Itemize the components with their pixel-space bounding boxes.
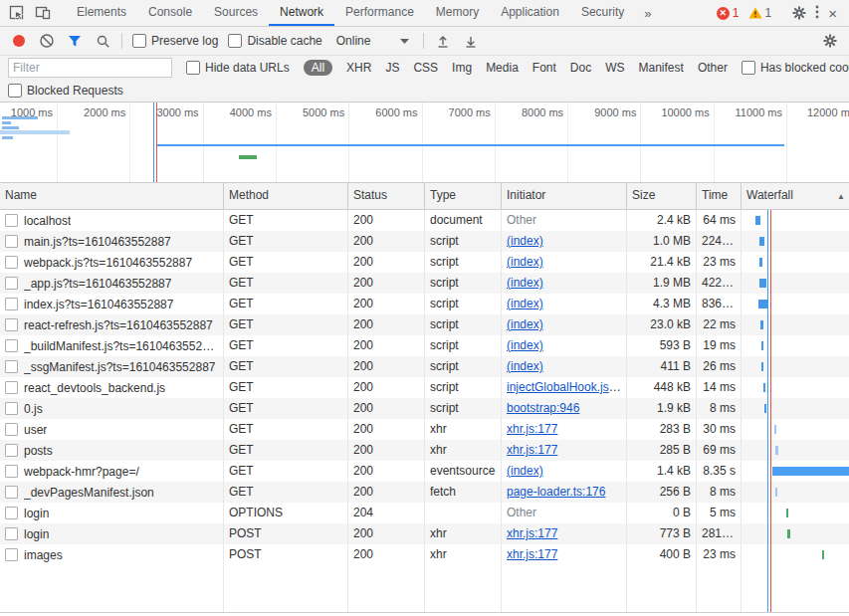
table-row[interactable]: userGET200xhrxhr.js:177283 B30 ms	[0, 419, 849, 440]
request-checkbox[interactable]	[5, 298, 18, 310]
type-filter-doc[interactable]: Doc	[570, 61, 591, 75]
request-checkbox[interactable]	[5, 339, 18, 352]
type-filter-all[interactable]: All	[304, 60, 332, 76]
tab-network[interactable]: Network	[269, 0, 334, 26]
error-badge[interactable]: ✕ 1	[717, 6, 740, 20]
device-toolbar-icon[interactable]	[30, 1, 56, 26]
table-row[interactable]: webpack-hmr?page=/GET200eventsource(inde…	[0, 461, 849, 482]
initiator-link[interactable]: injectGlobalHook.js:…	[507, 380, 624, 394]
clear-button[interactable]	[38, 32, 56, 50]
table-row[interactable]: index.js?ts=1610463552887GET200script(in…	[0, 294, 849, 314]
table-row[interactable]: localhostGET200documentOther2.4 kB64 ms	[0, 210, 849, 231]
type-filter-xhr[interactable]: XHR	[346, 61, 371, 75]
network-settings-gear-icon[interactable]	[821, 32, 839, 50]
settings-gear-icon[interactable]	[792, 6, 806, 20]
blocked-requests-checkbox[interactable]: Blocked Requests	[8, 84, 123, 98]
initiator-link[interactable]: (index)	[507, 297, 543, 310]
filter-input[interactable]	[8, 58, 172, 78]
table-row[interactable]: imagesPOST200xhrxhr.js:177400 B23 ms	[0, 544, 849, 565]
table-row[interactable]: _ssgManifest.js?ts=1610463552887GET200sc…	[0, 356, 849, 377]
initiator-link[interactable]: (index)	[507, 359, 543, 373]
initiator-link[interactable]: xhr.js:177	[507, 443, 557, 457]
table-row[interactable]: loginOPTIONS204Other0 B5 ms	[0, 503, 849, 523]
tab-console[interactable]: Console	[137, 0, 203, 26]
request-checkbox[interactable]	[5, 318, 18, 331]
request-checkbox[interactable]	[5, 527, 18, 540]
tab-security[interactable]: Security	[570, 0, 635, 26]
initiator-link[interactable]: (index)	[507, 255, 543, 269]
request-checkbox[interactable]	[5, 402, 18, 415]
request-checkbox[interactable]	[5, 465, 18, 478]
table-row[interactable]: postsGET200xhrxhr.js:177285 B69 ms	[0, 440, 849, 461]
table-row[interactable]: 0.jsGET200scriptbootstrap:9461.9 kB8 ms	[0, 398, 849, 419]
type-filter-font[interactable]: Font	[532, 61, 556, 75]
request-checkbox[interactable]	[5, 381, 18, 394]
hide-data-urls-checkbox[interactable]: Hide data URLs	[186, 61, 290, 75]
type-filter-manifest[interactable]: Manifest	[639, 61, 684, 75]
tab-sources[interactable]: Sources	[203, 0, 269, 26]
tab-elements[interactable]: Elements	[66, 0, 137, 26]
initiator-link[interactable]: xhr.js:177	[507, 526, 557, 540]
request-checkbox[interactable]	[5, 256, 18, 269]
disable-cache-checkbox[interactable]: Disable cache	[228, 34, 321, 48]
request-checkbox[interactable]	[5, 360, 18, 373]
table-row[interactable]: _devPagesManifest.jsonGET200fetchpage-lo…	[0, 482, 849, 503]
tab-performance[interactable]: Performance	[334, 0, 425, 26]
type-filter-img[interactable]: Img	[452, 61, 472, 75]
request-checkbox[interactable]	[5, 444, 18, 457]
more-tabs-chevron[interactable]: »	[635, 6, 660, 21]
request-checkbox[interactable]	[5, 486, 18, 499]
initiator-link[interactable]: (index)	[507, 276, 543, 290]
type-filter-ws[interactable]: WS	[605, 61, 624, 75]
has-blocked-cookies-checkbox[interactable]: Has blocked cookies	[742, 61, 849, 75]
request-checkbox[interactable]	[5, 423, 18, 436]
column-header-waterfall[interactable]: Waterfall▲	[742, 183, 849, 209]
table-row[interactable]: loginPOST200xhrxhr.js:177773 B281 ms	[0, 523, 849, 544]
type-filter-js[interactable]: JS	[385, 61, 399, 75]
initiator-link[interactable]: (index)	[507, 338, 543, 352]
column-header-size[interactable]: Size	[627, 183, 697, 209]
initiator-link[interactable]: xhr.js:177	[507, 547, 557, 561]
tab-application[interactable]: Application	[490, 0, 570, 26]
initiator-link[interactable]: bootstrap:946	[507, 401, 579, 415]
initiator-link[interactable]: (index)	[507, 234, 543, 248]
inspect-element-icon[interactable]	[4, 1, 30, 26]
column-header-method[interactable]: Method	[224, 183, 348, 209]
filter-toggle-icon[interactable]	[66, 32, 84, 50]
request-checkbox[interactable]	[5, 235, 18, 248]
close-icon[interactable]: ×	[828, 6, 837, 21]
request-checkbox[interactable]	[5, 507, 18, 519]
import-har-icon[interactable]	[434, 32, 452, 50]
column-header-status[interactable]: Status	[348, 183, 425, 209]
request-checkbox[interactable]	[5, 214, 18, 227]
table-row[interactable]: webpack.js?ts=1610463552887GET200script(…	[0, 252, 849, 273]
initiator-link[interactable]: page-loader.ts:176	[507, 485, 605, 499]
type-filter-css[interactable]: CSS	[413, 61, 438, 75]
kebab-menu-icon[interactable]	[815, 5, 819, 22]
export-har-icon[interactable]	[462, 32, 480, 50]
table-row[interactable]: main.js?ts=1610463552887GET200script(ind…	[0, 231, 849, 252]
column-header-time[interactable]: Time	[697, 183, 742, 209]
table-row[interactable]: _buildManifest.js?ts=1610463552887GET200…	[0, 335, 849, 356]
table-row[interactable]: react-refresh.js?ts=1610463552887GET200s…	[0, 314, 849, 335]
column-header-name[interactable]: Name	[0, 183, 224, 209]
type-filter-media[interactable]: Media	[486, 61, 519, 75]
initiator-link[interactable]: xhr.js:177	[507, 422, 557, 436]
initiator-link[interactable]: (index)	[507, 317, 543, 331]
type-filter-other[interactable]: Other	[698, 61, 728, 75]
request-checkbox[interactable]	[5, 277, 18, 290]
initiator-link[interactable]: (index)	[507, 464, 543, 478]
search-icon[interactable]	[94, 32, 111, 50]
request-checkbox[interactable]	[5, 548, 18, 561]
preserve-log-checkbox[interactable]: Preserve log	[132, 34, 218, 48]
throttling-select[interactable]: Online	[332, 32, 414, 50]
warning-badge[interactable]: 1	[748, 6, 772, 20]
record-button[interactable]	[10, 32, 28, 50]
table-row[interactable]: _app.js?ts=1610463552887GET200script(ind…	[0, 273, 849, 294]
table-row[interactable]: react_devtools_backend.jsGET200scriptinj…	[0, 377, 849, 398]
timeline-overview[interactable]: 1000 ms2000 ms3000 ms4000 ms5000 ms6000 …	[0, 103, 849, 183]
network-toolbar: Preserve log Disable cache Online	[0, 27, 849, 56]
column-header-initiator[interactable]: Initiator	[502, 183, 627, 209]
column-header-type[interactable]: Type	[425, 183, 502, 209]
tab-memory[interactable]: Memory	[425, 0, 490, 26]
